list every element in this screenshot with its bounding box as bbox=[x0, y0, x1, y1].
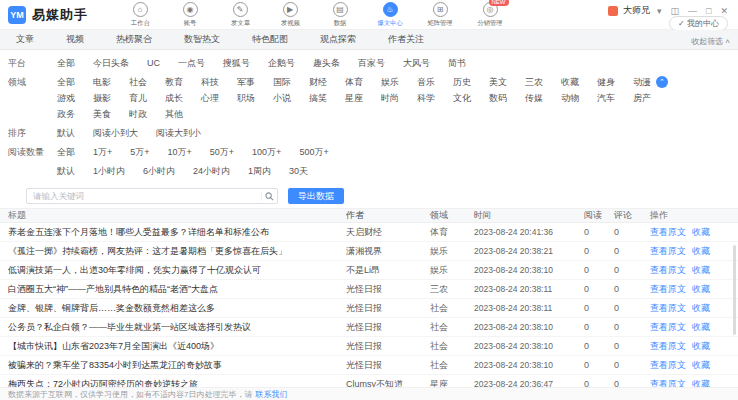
filter-chip[interactable]: 财经 bbox=[302, 75, 334, 89]
filter-chip[interactable]: 全部 bbox=[50, 145, 82, 159]
nav-item[interactable]: ✎ 发文章 bbox=[218, 2, 262, 28]
filter-chip[interactable]: 大风号 bbox=[396, 56, 437, 70]
favorite-link[interactable]: 收藏 bbox=[692, 264, 710, 277]
filter-chip[interactable]: 动漫 bbox=[626, 75, 658, 89]
tab[interactable]: 观点探索 bbox=[304, 30, 372, 49]
article-title[interactable]: 养老金五连涨下个月落地！哪些人受益最多？详细名单和标准公布 bbox=[0, 226, 346, 239]
category-collapse-icon[interactable]: ⌃ bbox=[656, 76, 668, 88]
article-title[interactable]: 白酒圈五大“神”——产地别具特色的精品“老酒”大盘点 bbox=[0, 283, 346, 296]
filter-chip[interactable]: 文化 bbox=[446, 91, 478, 105]
filter-chip[interactable]: 政务 bbox=[50, 107, 82, 121]
filter-chip[interactable]: 娱乐 bbox=[374, 75, 406, 89]
filter-chip[interactable]: 搜狐号 bbox=[216, 56, 257, 70]
filter-chip[interactable]: 时尚 bbox=[374, 91, 406, 105]
nav-item[interactable]: ◉ 账号 bbox=[168, 2, 212, 28]
view-original-link[interactable]: 查看原文 bbox=[650, 302, 686, 315]
export-data-button[interactable]: 导出数据 bbox=[288, 188, 344, 204]
filter-chip[interactable]: 收藏 bbox=[554, 75, 586, 89]
filter-chip[interactable]: 企鹅号 bbox=[261, 56, 302, 70]
favorite-link[interactable]: 收藏 bbox=[692, 321, 710, 334]
search-input[interactable] bbox=[27, 191, 261, 201]
tab[interactable]: 数智热文 bbox=[168, 30, 236, 49]
filter-chip[interactable]: 一点号 bbox=[171, 56, 212, 70]
filter-chip[interactable]: 默认 bbox=[50, 126, 82, 140]
filter-chip[interactable]: 10万+ bbox=[161, 145, 199, 159]
nav-item[interactable]: ▤ 数据 bbox=[318, 2, 362, 28]
filter-chip[interactable]: 历史 bbox=[446, 75, 478, 89]
filter-chip[interactable]: 全部 bbox=[50, 75, 82, 89]
nav-item[interactable]: ♨ 爆文中心 bbox=[368, 2, 412, 28]
article-title[interactable]: 【城市快讯】山东省2023年7月全国演出《近400场》 bbox=[0, 340, 346, 353]
my-center-button[interactable]: ✓ 我的中心 bbox=[669, 16, 728, 31]
tab[interactable]: 视频 bbox=[50, 30, 100, 49]
filter-chip[interactable]: 美食 bbox=[86, 107, 118, 121]
filter-chip[interactable]: 育儿 bbox=[122, 91, 154, 105]
filter-chip[interactable]: 简书 bbox=[441, 56, 473, 70]
filter-chip[interactable]: 游戏 bbox=[50, 91, 82, 105]
filter-chip[interactable]: 500万+ bbox=[292, 145, 335, 159]
filter-chip[interactable]: 摄影 bbox=[86, 91, 118, 105]
nav-item[interactable]: ⌂ 工作台 bbox=[118, 2, 162, 28]
filter-chip[interactable]: 美文 bbox=[482, 75, 514, 89]
filter-chip[interactable]: 科技 bbox=[194, 75, 226, 89]
view-original-link[interactable]: 查看原文 bbox=[650, 264, 686, 277]
maximize-icon[interactable]: □ bbox=[704, 6, 713, 16]
favorite-link[interactable]: 收藏 bbox=[692, 245, 710, 258]
favorite-link[interactable]: 收藏 bbox=[692, 302, 710, 315]
filter-chip[interactable]: 体育 bbox=[338, 75, 370, 89]
filter-chip[interactable]: 动物 bbox=[554, 91, 586, 105]
filter-chip[interactable]: 数码 bbox=[482, 91, 514, 105]
filter-chip[interactable]: 小说 bbox=[266, 91, 298, 105]
filter-chip[interactable]: 科学 bbox=[410, 91, 442, 105]
filter-chip[interactable]: 1周内 bbox=[241, 164, 278, 178]
view-original-link[interactable]: 查看原文 bbox=[650, 226, 686, 239]
filter-chip[interactable]: 24小时内 bbox=[186, 164, 237, 178]
filter-chip[interactable]: 健身 bbox=[590, 75, 622, 89]
filter-chip[interactable]: 百家号 bbox=[351, 56, 392, 70]
filter-chip[interactable]: 心理 bbox=[194, 91, 226, 105]
filter-chip[interactable]: UC bbox=[140, 56, 167, 70]
filter-chip[interactable]: 搞笑 bbox=[302, 91, 334, 105]
filter-chip[interactable]: 教育 bbox=[158, 75, 190, 89]
filter-chip[interactable]: 默认 bbox=[50, 164, 82, 178]
filter-chip[interactable]: 1万+ bbox=[86, 145, 119, 159]
theme-icon[interactable]: ◫ bbox=[669, 6, 682, 16]
view-original-link[interactable]: 查看原文 bbox=[650, 321, 686, 334]
filter-chip[interactable]: 今日头条 bbox=[86, 56, 136, 70]
user-avatar[interactable] bbox=[608, 6, 618, 16]
filter-chip[interactable]: 音乐 bbox=[410, 75, 442, 89]
filter-chip[interactable]: 房产 bbox=[626, 91, 658, 105]
article-title[interactable]: 被骗来的？乘车坐了83354小时到达黑龙江的奇妙故事 bbox=[0, 359, 346, 372]
collapse-filter-button[interactable]: 收起筛选 ˄ bbox=[691, 31, 730, 51]
view-original-link[interactable]: 查看原文 bbox=[650, 340, 686, 353]
tab[interactable]: 特色配图 bbox=[236, 30, 304, 49]
favorite-link[interactable]: 收藏 bbox=[692, 359, 710, 372]
filter-chip[interactable]: 100万+ bbox=[245, 145, 288, 159]
view-original-link[interactable]: 查看原文 bbox=[650, 359, 686, 372]
filter-chip[interactable]: 30天 bbox=[282, 164, 315, 178]
article-title[interactable]: 金牌、银牌、铜牌背后……奖金数额竟然相差这么多 bbox=[0, 302, 346, 315]
minimize-icon[interactable]: — bbox=[686, 6, 699, 16]
filter-chip[interactable]: 汽车 bbox=[590, 91, 622, 105]
filter-chip[interactable]: 5万+ bbox=[123, 145, 156, 159]
view-original-link[interactable]: 查看原文 bbox=[650, 283, 686, 296]
close-icon[interactable]: ✕ bbox=[718, 6, 730, 16]
filter-chip[interactable]: 三农 bbox=[518, 75, 550, 89]
view-original-link[interactable]: 查看原文 bbox=[650, 245, 686, 258]
contact-us-link[interactable]: 联系我们 bbox=[255, 389, 287, 400]
filter-chip[interactable]: 时政 bbox=[122, 107, 154, 121]
filter-chip[interactable]: 其他 bbox=[158, 107, 190, 121]
filter-chip[interactable]: 国际 bbox=[266, 75, 298, 89]
filter-chip[interactable]: 星座 bbox=[338, 91, 370, 105]
filter-chip[interactable]: 阅读大到小 bbox=[149, 126, 208, 140]
favorite-link[interactable]: 收藏 bbox=[692, 340, 710, 353]
filter-chip[interactable]: 职场 bbox=[230, 91, 262, 105]
tab[interactable]: 文章 bbox=[0, 30, 50, 49]
filter-chip[interactable]: 社会 bbox=[122, 75, 154, 89]
article-title[interactable]: 《孤注一掷》持续霸榜，网友热评：这才是暑期档「更多惊喜在后头」 bbox=[0, 245, 346, 258]
favorite-link[interactable]: 收藏 bbox=[692, 283, 710, 296]
user-dropdown-icon[interactable]: ▾ bbox=[655, 6, 664, 16]
filter-chip[interactable]: 全部 bbox=[50, 56, 82, 70]
nav-item[interactable]: ▶ 发视频 bbox=[268, 2, 312, 28]
nav-item[interactable]: ◎ NEW 分销管理 bbox=[468, 2, 512, 28]
